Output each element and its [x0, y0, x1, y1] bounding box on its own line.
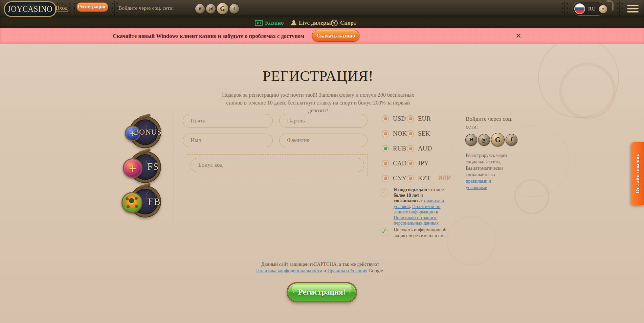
login-link[interactable]: Вход — [55, 5, 68, 12]
language-code: RU — [588, 6, 596, 12]
yandex-icon[interactable]: Я — [465, 134, 477, 146]
register-button-top[interactable]: Регистрация! — [76, 2, 108, 12]
tab-sport-label: Спорт — [340, 20, 356, 26]
google-terms-link[interactable]: Правила и Условия — [327, 268, 367, 273]
terms-checkbox[interactable]: ✓ — [380, 188, 388, 197]
currency-dot-NOK — [384, 132, 387, 135]
badge-label: FB — [148, 196, 160, 207]
rivets — [617, 3, 618, 4]
radio-icon[interactable] — [407, 145, 414, 152]
joycasino-logo[interactable]: JOYCASINO — [4, 1, 56, 17]
currency-label: EUR — [418, 115, 431, 122]
personal-data-policy-link[interactable]: Политикой по защите персональных данных — [394, 215, 439, 226]
currency-dot-RUB — [384, 147, 387, 150]
currency-label: JPY — [418, 160, 429, 167]
tab-casino[interactable]: Казино — [255, 17, 284, 28]
banner-message: Скачайте новый Windows клиент казино и з… — [113, 33, 304, 40]
currency-option-eur[interactable]: EUR — [407, 115, 431, 122]
radio-icon[interactable] — [407, 130, 414, 137]
freebet-badge[interactable]: FB — [130, 186, 160, 217]
online-help-tab[interactable]: Онлайн помощь — [631, 142, 644, 205]
download-casino-button[interactable]: Скачать казино — [312, 30, 359, 42]
menu-icon[interactable] — [627, 5, 639, 13]
tab-sport[interactable]: Спорт — [331, 17, 356, 28]
radio-icon[interactable] — [382, 145, 389, 152]
google-icon[interactable]: G — [217, 3, 228, 15]
currency-label: RUB — [393, 145, 406, 152]
chevron-down-icon[interactable]: ▼ — [599, 5, 607, 14]
paper-stain-small — [514, 179, 549, 214]
facebook-icon[interactable]: f — [506, 134, 517, 146]
radio-icon[interactable] — [382, 130, 389, 137]
currency-option-cad[interactable]: CAD — [382, 160, 406, 167]
password-field[interactable] — [279, 114, 368, 128]
tab-live-dealers[interactable]: Live дилеры — [291, 17, 331, 28]
divider — [619, 1, 620, 16]
google-icon[interactable]: G — [491, 133, 505, 146]
social-login-row-top: Я @ G f — [195, 3, 239, 15]
slot-machine-icon — [255, 20, 263, 26]
promo-optin-text: Получать информацию об акциях через имей… — [394, 227, 447, 238]
currency-option-jpy[interactable]: JPY — [407, 160, 429, 167]
first-name-field[interactable] — [183, 134, 273, 147]
currency-option-sek[interactable]: SEK — [407, 130, 430, 137]
terms-bold: Я подтверждаю — [394, 187, 427, 192]
currency-option-nok[interactable]: NOK — [382, 130, 407, 137]
mail-ru-icon[interactable]: @ — [478, 134, 490, 146]
currency-label: USD — [393, 115, 406, 122]
joycasino-registration-page: JOYCASINO Вход Регистрация! Войдите чере… — [0, 0, 644, 323]
bonus-code-field[interactable] — [191, 158, 364, 172]
google-privacy-link[interactable]: Политика конфиденциальности — [256, 268, 322, 273]
currency-option-rub[interactable]: RUB — [382, 145, 406, 152]
tab-live-label: Live дилеры — [299, 20, 331, 26]
currency-dot-KZT — [409, 177, 412, 180]
terms-and-conditions-link[interactable]: правилами и условиями — [466, 179, 491, 190]
rivets — [74, 3, 75, 4]
promo-optin-checkbox[interactable]: ✓ — [380, 228, 388, 236]
terms-bold: более 18 лет — [394, 193, 419, 198]
register-submit-button[interactable]: ‹ Регистрация! › — [287, 282, 357, 302]
facebook-icon[interactable]: f — [229, 4, 239, 14]
currency-option-kzt[interactable]: KZT — [407, 175, 430, 182]
arrow-right-icon: › — [349, 290, 351, 295]
russia-flag-icon — [574, 3, 585, 14]
mail-ru-icon[interactable]: @ — [206, 4, 216, 14]
radio-icon[interactable] — [382, 175, 389, 182]
currency-dot-AUD — [409, 147, 412, 150]
radio-icon[interactable] — [407, 160, 414, 167]
radio-icon[interactable] — [382, 115, 389, 122]
social-login-prompt-side: Войдите через соц. сети: — [466, 115, 513, 131]
divider — [72, 1, 72, 16]
arrow-left-icon: ‹ — [293, 290, 295, 295]
soccer-ball-icon — [331, 20, 338, 26]
currency-option-usd[interactable]: USD — [382, 115, 406, 122]
check-icon: ✓ — [380, 227, 388, 236]
rivets — [69, 3, 70, 4]
football-orb-icon — [121, 192, 142, 213]
paper-sketch-ring — [538, 37, 619, 118]
close-icon[interactable]: ✕ — [514, 31, 523, 41]
last-name-field[interactable] — [279, 134, 368, 147]
badge-arm — [139, 183, 151, 188]
email-field[interactable] — [183, 114, 273, 128]
radio-icon[interactable] — [407, 115, 414, 122]
badge-arm — [139, 148, 151, 154]
subtitle-line2: спинов в течение 10 дней, бесплатную ста… — [226, 100, 410, 113]
freespins-badge[interactable]: + FS — [130, 152, 160, 182]
currency-option-aud[interactable]: AUD — [407, 145, 432, 152]
currency-label: NOK — [393, 130, 407, 137]
pipe-decoration — [607, 0, 614, 10]
currency-dot-SEK — [409, 132, 412, 135]
paper-stain-ring — [559, 63, 616, 119]
bonus-badge[interactable]: + BONUS — [130, 117, 160, 147]
currency-option-cny[interactable]: CNY — [382, 175, 406, 182]
freespins-orb-icon: + — [123, 158, 142, 178]
subtitle-line1: Подарок за регистрацию уже почти твой! З… — [222, 92, 414, 98]
yandex-icon[interactable]: Я — [195, 4, 205, 14]
submit-label: Регистрация! — [298, 288, 346, 297]
currency-dot-EUR — [409, 117, 412, 120]
badge-arm — [139, 113, 151, 119]
language-selector[interactable]: RU ▼ — [573, 2, 605, 16]
radio-icon[interactable] — [407, 175, 414, 182]
radio-icon[interactable] — [382, 160, 389, 167]
